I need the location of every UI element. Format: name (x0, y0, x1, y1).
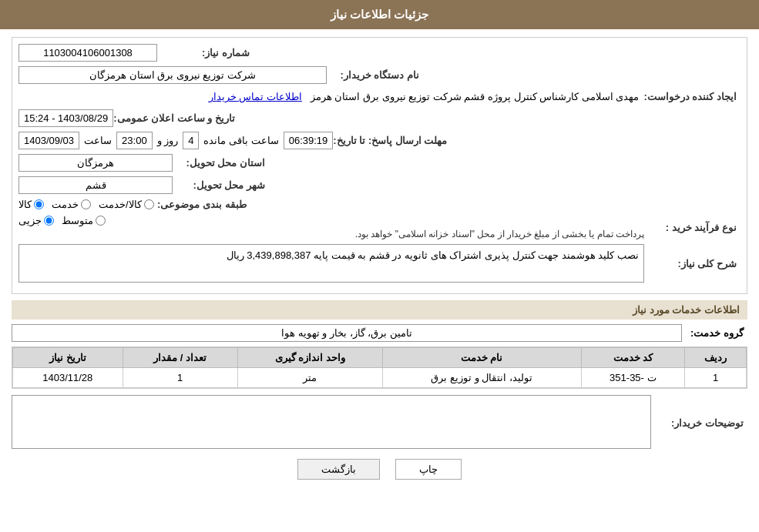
services-section-title: اطلاعات خدمات مورد نیاز (12, 300, 747, 320)
category-label: طبقه بندی موضوعی: (154, 199, 247, 210)
main-info-section: شماره نیاز: 1103004106001308 نام دستگاه … (12, 37, 747, 294)
page-wrapper: جزئیات اطلاعات نیاز شماره نیاز: 11030041… (0, 0, 759, 532)
province-label: استان محل تحویل: (173, 157, 265, 169)
service-group-value: تامین برق، گاز، بخار و تهویه هوا (12, 324, 682, 342)
col-qty: تعداد / مقدار (123, 348, 237, 368)
deadline-time-value: 23:00 (116, 132, 153, 149)
announce-row: تاریخ و ساعت اعلان عمومی: 1403/08/29 - 1… (18, 109, 741, 127)
announce-label: تاریخ و ساعت اعلان عمومی: (113, 112, 235, 124)
process-motavasset-label: متوسط (62, 215, 93, 226)
city-row: شهر محل تحویل: قشم (18, 176, 741, 194)
services-section: گروه خدمت: تامین برق، گاز، بخار و تهویه … (12, 324, 747, 389)
creator-label: ایجاد کننده درخواست: (643, 91, 737, 102)
deadline-label: مهلت ارسال پاسخ: تا تاریخ: (333, 135, 447, 146)
buyer-org-value: شرکت توزیع نیروی برق استان هرمزگان (18, 66, 327, 84)
category-radio-khedmat-input[interactable] (81, 199, 91, 209)
process-radio-motavasset: متوسط (62, 215, 106, 226)
page-title: جزئیات اطلاعات نیاز (331, 8, 428, 21)
category-khedmat-label: خدمت (52, 199, 79, 210)
table-cell-0: 1 (685, 368, 747, 388)
remaining-label: ساعت باقی مانده (203, 135, 278, 146)
category-radio-kala: کالا (18, 199, 44, 210)
deadline-time-label: ساعت (84, 135, 112, 146)
col-service-code: کد خدمت (581, 348, 685, 368)
page-header: جزئیات اطلاعات نیاز (0, 0, 759, 29)
narration-row: شرح کلی نیاز: نصب کلید هوشمند جهت کنترل … (18, 244, 741, 283)
col-unit: واحد اندازه گیری (237, 348, 382, 368)
buyer-notes-row: توضیحات خریدار: (12, 395, 747, 451)
city-value: قشم (18, 176, 173, 194)
col-row-num: ردیف (685, 348, 747, 368)
process-radio-jozee: جزیی (18, 215, 54, 226)
services-table: ردیف کد خدمت نام خدمت واحد اندازه گیری ت… (12, 347, 747, 388)
buyer-org-row: نام دستگاه خریدار: شرکت توزیع نیروی برق … (18, 66, 741, 84)
category-row: طبقه بندی موضوعی: کالا/خدمت خدمت کالا (18, 199, 741, 210)
process-label: نوع فرآیند خرید : (644, 222, 737, 233)
content-area: شماره نیاز: 1103004106001308 نام دستگاه … (0, 29, 759, 495)
table-cell-1: ت -35-351 (581, 368, 685, 388)
category-radio-kala-khedmat: کالا/خدمت (99, 199, 154, 210)
process-radio-jozee-input[interactable] (44, 216, 54, 226)
buyer-notes-label: توضیحات خریدار: (651, 417, 744, 429)
process-radio-group: متوسط جزیی (18, 215, 644, 226)
process-note: پرداخت تمام یا بخشی از مبلغ خریدار از مح… (18, 229, 644, 239)
buyer-org-label: نام دستگاه خریدار: (327, 69, 419, 81)
need-number-label: شماره نیاز: (157, 47, 250, 59)
creator-row: ایجاد کننده درخواست: مهدی اسلامی کارشناس… (18, 89, 741, 105)
col-service-name: نام خدمت (382, 348, 581, 368)
process-row: نوع فرآیند خرید : متوسط جزیی پرداخت تمام… (18, 215, 741, 239)
table-row: 1ت -35-351تولید، انتقال و توزیع برقمتر11… (13, 368, 747, 388)
table-cell-5: 1403/11/28 (13, 368, 123, 388)
deadline-days-value: 4 (183, 132, 199, 149)
service-group-row: گروه خدمت: تامین برق، گاز، بخار و تهویه … (12, 324, 747, 342)
buttons-row: چاپ بازگشت (12, 459, 747, 480)
need-number-value: 1103004106001308 (18, 44, 157, 62)
table-cell-2: تولید، انتقال و توزیع برق (382, 368, 581, 388)
back-button[interactable]: بازگشت (297, 459, 380, 480)
category-kala-khedmat-label: کالا/خدمت (99, 199, 142, 210)
announce-value: 1403/08/29 - 15:24 (18, 109, 113, 127)
service-group-label: گروه خدمت: (682, 327, 744, 339)
deadline-date-value: 1403/09/03 (18, 132, 79, 149)
table-header-row: ردیف کد خدمت نام خدمت واحد اندازه گیری ت… (13, 348, 747, 368)
category-radio-kala-input[interactable] (34, 199, 44, 209)
table-cell-4: 1 (123, 368, 237, 388)
table-cell-3: متر (237, 368, 382, 388)
process-jozee-label: جزیی (18, 215, 42, 226)
category-radio-kala-khedmat-input[interactable] (144, 199, 154, 209)
narration-label: شرح کلی نیاز: (644, 258, 737, 269)
need-number-row: شماره نیاز: 1103004106001308 (18, 44, 741, 62)
category-kala-label: کالا (18, 199, 32, 210)
city-label: شهر محل تحویل: (173, 179, 265, 191)
creator-link[interactable]: اطلاعات تماس خریدار (209, 91, 302, 102)
col-date: تاریخ نیاز (13, 348, 123, 368)
deadline-row: مهلت ارسال پاسخ: تا تاریخ: 06:39:19 ساعت… (18, 132, 741, 149)
province-row: استان محل تحویل: هرمزگان (18, 154, 741, 172)
province-value: هرمزگان (18, 154, 173, 172)
category-radio-group: کالا/خدمت خدمت کالا (18, 199, 154, 210)
print-button[interactable]: چاپ (395, 459, 462, 480)
process-radio-motavasset-input[interactable] (96, 216, 106, 226)
deadline-days-label: روز و (157, 135, 179, 146)
narration-value: نصب کلید هوشمند جهت کنترل پذیری اشتراک ه… (18, 244, 644, 283)
category-radio-khedmat: خدمت (52, 199, 91, 210)
remaining-time-value: 06:39:19 (284, 132, 334, 149)
creator-value: مهدی اسلامی کارشناس کنترل پروژه قشم شرکت… (311, 91, 640, 102)
services-table-wrapper: ردیف کد خدمت نام خدمت واحد اندازه گیری ت… (12, 346, 747, 389)
buyer-notes-textarea[interactable] (12, 395, 651, 449)
